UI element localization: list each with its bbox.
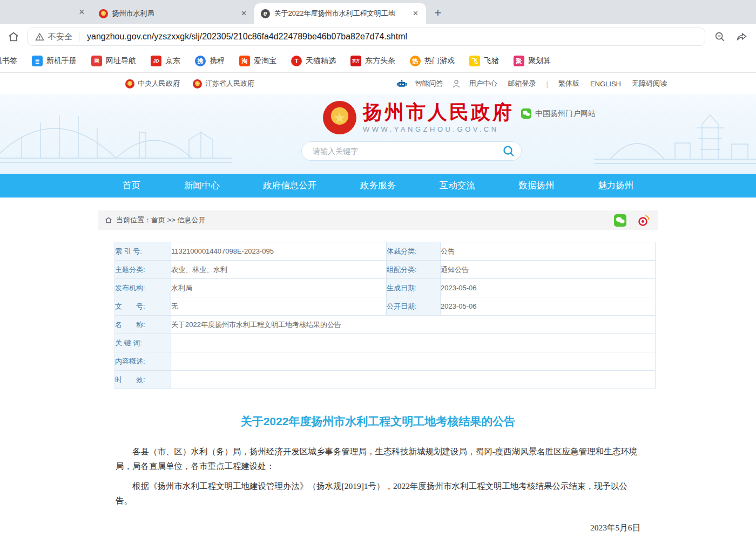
portal-label[interactable]: 中国扬州门户网站	[521, 108, 596, 119]
site-name: 扬州市人民政府	[363, 102, 514, 124]
table-row: 内容概述:	[115, 352, 656, 371]
share-icon[interactable]	[735, 31, 748, 43]
bookmark-ctrip[interactable]: 携携程	[195, 56, 225, 66]
field-label: 主题分类:	[115, 261, 171, 279]
pagoda-sketch	[594, 94, 756, 174]
field-label: 名 称:	[115, 316, 171, 334]
weibo-share-icon[interactable]	[637, 214, 650, 227]
nav-home[interactable]: 首页	[123, 180, 140, 192]
table-row: 发布机构: 水利局 生成日期: 2023-05-06	[115, 279, 656, 297]
field-value-doc-number: 无	[171, 297, 387, 316]
table-row: 索 引 号: 11321000014407098E-2023-095 体裁分类:…	[115, 242, 656, 261]
search-icon	[502, 145, 515, 158]
tab-current-announcement[interactable]: 关于2022年度扬州市水利工程文明工地 ×	[254, 3, 426, 24]
accessibility-link[interactable]: 无障碍阅读	[629, 79, 670, 88]
jd-icon: JD	[151, 56, 161, 66]
field-value-topic: 农业、林业、水利	[171, 261, 387, 279]
nav-data-yangzhou[interactable]: 数据扬州	[518, 180, 554, 192]
ctrip-icon: 携	[195, 56, 206, 66]
article-date: 2023年5月6日	[98, 522, 658, 534]
address-bar: 不安全 yangzhou.gov.cn/yzszxxgk/slj/202305/…	[0, 24, 756, 50]
home-icon[interactable]	[8, 31, 19, 43]
security-label: 不安全	[48, 32, 72, 42]
close-icon[interactable]: ×	[412, 8, 420, 19]
site-logo[interactable]: 扬州市人民政府 WWW.YANGZHOU.GOV.CN	[323, 101, 514, 134]
breadcrumb[interactable]: 当前位置：首页 >> 信息公开	[116, 215, 205, 225]
security-status[interactable]: 不安全	[35, 32, 79, 42]
bookmark-tmall[interactable]: T天猫精选	[291, 56, 336, 66]
content-area: 当前位置：首页 >> 信息公开 索 引 号: 11321000014407098…	[98, 210, 658, 538]
juhuasuan-icon: 聚	[514, 56, 524, 66]
field-value-summary	[171, 352, 656, 371]
url-text[interactable]: yangzhou.gov.cn/yzszxxgk/slj/202305/210c…	[87, 32, 697, 42]
field-label: 内容概述:	[115, 352, 171, 371]
bookmark-hot-games[interactable]: 热热门游戏	[410, 56, 455, 66]
table-row: 关 键 词:	[115, 334, 656, 352]
dongfang-icon: 东方	[350, 56, 361, 66]
link-central-government[interactable]: 中央人民政府	[125, 79, 180, 88]
field-value-validity	[171, 371, 656, 389]
site-url: WWW.YANGZHOU.GOV.CN	[363, 125, 514, 133]
field-label: 发布机构:	[115, 279, 171, 297]
bookmark-aitaobao[interactable]: 淘爱淘宝	[239, 56, 276, 66]
nav-charm-yangzhou[interactable]: 魅力扬州	[598, 180, 633, 192]
english-link[interactable]: ENGLISH	[588, 80, 624, 88]
traditional-chinese-link[interactable]: 繁体版	[556, 79, 582, 88]
field-label: 索 引 号:	[115, 242, 171, 261]
zoom-out-icon[interactable]	[714, 31, 726, 43]
emblem-icon	[125, 79, 134, 88]
robot-icon	[396, 78, 407, 89]
bookmark-jingdong[interactable]: JD京东	[151, 56, 180, 66]
close-icon[interactable]: ×	[79, 6, 85, 18]
url-field[interactable]: 不安全 yangzhou.gov.cn/yzszxxgk/slj/202305/…	[27, 28, 705, 46]
national-emblem-icon	[323, 101, 356, 134]
bookmark-new-device-manual[interactable]: ≣新机手册	[32, 56, 77, 66]
bookmarks-bar: 机书签 ≣新机手册 网网址导航 JD京东 携携程 淘爱淘宝 T天猫精选 东方东方…	[0, 50, 756, 73]
nav-gov-info-disclosure[interactable]: 政府信息公开	[263, 180, 316, 192]
field-value-publish-date: 2023-05-06	[441, 297, 656, 316]
warning-icon	[35, 32, 44, 42]
nav-gov-services[interactable]: 政务服务	[360, 180, 396, 192]
tab-yangzhou-water-bureau[interactable]: 扬州市水利局 ×	[92, 3, 254, 24]
tmall-icon: T	[291, 56, 302, 66]
emblem-icon	[99, 9, 108, 18]
nav-interaction[interactable]: 互动交流	[440, 180, 475, 192]
table-row: 时 效:	[115, 371, 656, 389]
taobao-icon: 淘	[239, 56, 250, 66]
wechat-share-icon[interactable]	[614, 214, 626, 227]
nav-news-center[interactable]: 新闻中心	[184, 180, 220, 192]
bookmark-phone-bookmarks[interactable]: 机书签	[0, 56, 17, 66]
field-label: 时 效:	[115, 371, 171, 389]
user-icon	[451, 79, 461, 88]
field-value-group: 通知公告	[441, 261, 656, 279]
search-input[interactable]	[312, 146, 501, 156]
article-title: 关于2022年度扬州市水利工程文明工地考核结果的公告	[98, 414, 658, 429]
tab-title: 扬州市水利局	[112, 9, 236, 18]
document-info-table: 索 引 号: 11321000014407098E-2023-095 体裁分类:…	[114, 242, 656, 389]
site-nav-icon: 网	[91, 56, 102, 66]
divider: |	[544, 80, 550, 88]
emblem-icon	[193, 79, 202, 88]
bookmark-dongfang-toutiao[interactable]: 东方东方头条	[350, 56, 395, 66]
field-label: 体裁分类:	[387, 242, 441, 261]
wechat-icon	[521, 108, 531, 119]
new-tab-button[interactable]: +	[435, 8, 442, 18]
table-row: 文 号: 无 公开日期: 2023-05-06	[115, 297, 656, 316]
field-value-create-date: 2023-05-06	[441, 279, 656, 297]
mail-login-link[interactable]: 邮箱登录	[505, 79, 539, 88]
bookmark-fliggy[interactable]: 飞飞猪	[469, 56, 499, 66]
user-center-link[interactable]: 用户中心	[467, 79, 500, 88]
link-jiangsu-government[interactable]: 江苏省人民政府	[193, 79, 254, 88]
smart-qa-link[interactable]: 智能问答	[413, 79, 446, 88]
bookmark-juhuasuan[interactable]: 聚聚划算	[514, 56, 551, 66]
manual-icon: ≣	[32, 56, 43, 66]
search-button[interactable]	[501, 143, 517, 159]
field-value-index-number: 11321000014407098E-2023-095	[171, 242, 387, 261]
bridge-sketch	[0, 94, 232, 174]
breadcrumb-bar: 当前位置：首页 >> 信息公开	[98, 210, 658, 230]
field-value-genre: 公告	[441, 242, 656, 261]
tab-bar: × 扬州市水利局 × 关于2022年度扬州市水利工程文明工地 × +	[0, 0, 756, 24]
close-icon[interactable]: ×	[240, 8, 248, 19]
field-label: 文 号:	[115, 297, 171, 316]
bookmark-site-navigation[interactable]: 网网址导航	[91, 56, 136, 66]
